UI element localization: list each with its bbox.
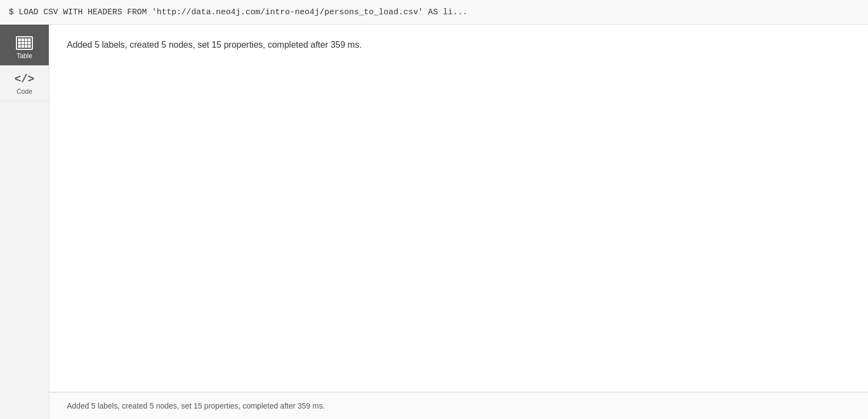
sidebar-item-code[interactable]: </> Code bbox=[0, 66, 49, 101]
result-message: Added 5 labels, created 5 nodes, set 15 … bbox=[49, 25, 868, 392]
code-icon: </> bbox=[14, 73, 34, 86]
sidebar-item-table[interactable]: Table bbox=[0, 25, 49, 66]
bottom-status: Added 5 labels, created 5 nodes, set 15 … bbox=[49, 392, 868, 419]
result-text: Added 5 labels, created 5 nodes, set 15 … bbox=[67, 40, 362, 49]
content-area: Added 5 labels, created 5 nodes, set 15 … bbox=[49, 25, 868, 419]
sidebar: Table </> Code bbox=[0, 25, 49, 419]
bottom-status-text: Added 5 labels, created 5 nodes, set 15 … bbox=[67, 401, 325, 410]
query-bar: $ LOAD CSV WITH HEADERS FROM 'http://dat… bbox=[0, 0, 868, 25]
table-icon bbox=[16, 32, 33, 50]
main-layout: Table </> Code Added 5 labels, created 5… bbox=[0, 25, 868, 419]
code-label: Code bbox=[16, 88, 32, 95]
table-label: Table bbox=[16, 52, 32, 60]
query-text: $ LOAD CSV WITH HEADERS FROM 'http://dat… bbox=[9, 8, 467, 17]
